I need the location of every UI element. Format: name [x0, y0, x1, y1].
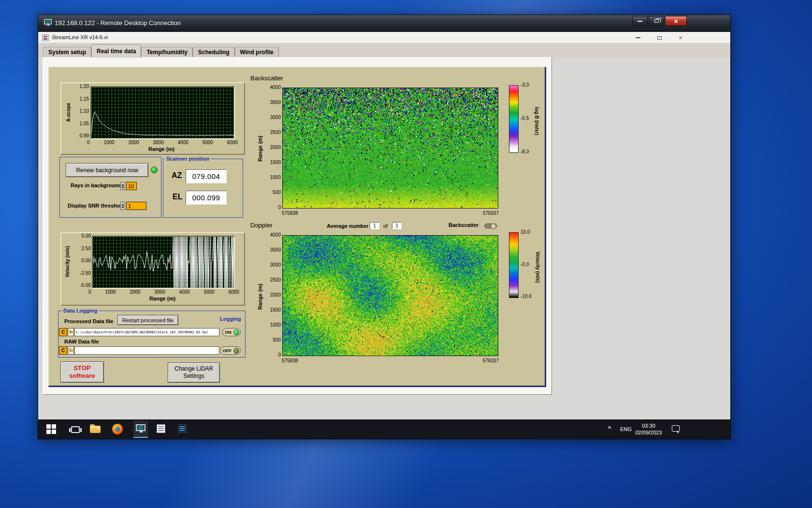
y-tick-label: 5.00: [82, 234, 91, 239]
notification-icon: [672, 425, 680, 432]
rdp-taskbar-button[interactable]: [133, 420, 148, 438]
processed-data-file-label: Processed Data file: [64, 318, 114, 324]
maximize-icon: [654, 19, 659, 23]
doppler-heatmap: [282, 235, 498, 356]
restart-processed-file-button[interactable]: Restart processed file: [117, 315, 178, 325]
y-tick-label: 1500: [270, 160, 281, 165]
app-restore-button[interactable]: [652, 33, 667, 43]
backscatter-display-toggle[interactable]: [484, 224, 497, 228]
app-list-button[interactable]: [178, 424, 187, 433]
el-value-field[interactable]: 000.099: [186, 191, 227, 205]
velocity-x-ticks: 0100020003000400050006000: [88, 290, 239, 295]
change-lidar-settings-button[interactable]: Change LiDARSettings: [168, 362, 220, 383]
rays-spinner[interactable]: [120, 182, 125, 190]
toggle-off-knob-icon: [233, 348, 239, 354]
y-tick-label: 2.50: [82, 246, 91, 251]
doppler-image: [283, 236, 498, 356]
drive-letter: C: [61, 329, 65, 335]
tab-scheduling[interactable]: Scheduling: [193, 47, 235, 58]
raw-path-field[interactable]: [74, 346, 219, 355]
restart-processed-file-label: Restart processed file: [122, 317, 174, 323]
backscatter-heatmap: [282, 88, 498, 209]
processed-browse-button[interactable]: [68, 328, 74, 336]
x-tick-label: 0: [88, 290, 91, 295]
scan-scheduler-button[interactable]: [157, 424, 165, 433]
off-label: OFF: [223, 348, 232, 353]
file-explorer-button[interactable]: [90, 426, 101, 433]
firefox-button[interactable]: [112, 424, 123, 434]
raw-data-file-label: RAW Data file: [64, 339, 99, 344]
x-tick-label: 576337: [483, 359, 499, 363]
tab-wind-profile[interactable]: Wind profile: [235, 47, 279, 58]
renew-background-label: Renew background now: [76, 167, 138, 174]
app-minimize-button[interactable]: [631, 33, 645, 43]
rays-in-background-field[interactable]: 10: [126, 182, 137, 190]
app-window-title: StreamLine XR v14-6.vi: [52, 34, 108, 40]
backscatter-toggle-label: Backscatter: [449, 222, 478, 228]
raw-logging-toggle[interactable]: OFF: [220, 346, 241, 355]
el-value: 000.099: [192, 194, 220, 202]
renew-background-button[interactable]: Renew background now: [66, 163, 148, 177]
average-number-field[interactable]: 1: [370, 222, 379, 229]
spin-down-icon: [121, 187, 124, 189]
stop-software-button[interactable]: STOPsoftware: [60, 361, 104, 383]
start-button[interactable]: [45, 423, 57, 435]
snr-threshold-field[interactable]: 1: [126, 202, 146, 210]
raw-drive-selector[interactable]: C: [59, 346, 67, 355]
y-tick-label: 3000: [270, 115, 281, 120]
processed-logging-toggle[interactable]: ON: [222, 328, 241, 336]
tray-chevron-icon[interactable]: ^: [608, 425, 611, 431]
y-tick-label: 2500: [270, 130, 281, 135]
tab-temp-humidity[interactable]: Temp/humidity: [141, 47, 192, 58]
backscatter-colorbar-label: log B (/m/sr): [532, 92, 539, 150]
y-tick-label: 4000: [270, 85, 281, 90]
raw-browse-button[interactable]: [68, 346, 74, 355]
task-view-button[interactable]: [70, 425, 81, 434]
average-number-value: 1: [373, 223, 376, 228]
y-tick-label: 1500: [270, 308, 281, 313]
az-value-field[interactable]: 079.004: [186, 169, 227, 183]
doppler-y-ticks: 40003500300025002000150010005000: [265, 233, 281, 358]
rdp-window-icon: [44, 19, 52, 24]
y-tick-label: 0.00: [82, 258, 91, 263]
backscatter-image: [283, 88, 498, 208]
of-label: of: [383, 223, 388, 229]
drive-letter: C: [61, 348, 65, 353]
monitor-icon: [136, 424, 145, 431]
rdp-minimize-button[interactable]: [632, 16, 648, 26]
app-close-button[interactable]: ×: [673, 33, 688, 43]
colorbar-tick-label: -5.5: [521, 116, 529, 121]
snr-spinner[interactable]: [120, 202, 125, 210]
az-value: 079.004: [192, 172, 220, 180]
processed-drive-selector[interactable]: C: [59, 328, 67, 336]
toggle-on-knob-icon: [233, 329, 239, 335]
x-tick-label: 5000: [203, 140, 213, 145]
velocity-y-ticks: 5.002.500.00-2.50-5.00: [72, 234, 91, 288]
colorbar-tick-label: -10.0: [521, 294, 532, 299]
desktop: 192.168.0.122 - Remote Desktop Connectio…: [0, 0, 812, 508]
y-tick-label: 500: [273, 338, 281, 343]
rdp-maximize-button[interactable]: [649, 16, 664, 26]
ascope-x-axis-label: Range (m): [128, 146, 195, 152]
tab-real-time-data[interactable]: Real time data: [91, 45, 141, 58]
language-indicator[interactable]: ENG: [620, 426, 632, 432]
list-window-icon: [178, 424, 187, 433]
document-window-icon: [157, 424, 165, 433]
scanner-position-group: [163, 159, 243, 218]
y-tick-label: -5.00: [80, 283, 91, 288]
minimize-icon: [638, 21, 642, 22]
taskbar-clock[interactable]: 03:30 02/09/2023: [633, 422, 664, 436]
tab-system-setup[interactable]: System setup: [43, 47, 91, 58]
x-tick-label: 6000: [227, 140, 238, 145]
velocity-x-axis-label: Range (m): [129, 296, 196, 301]
scanner-position-group-label: Scanner position: [165, 156, 211, 162]
spin-up-icon: [121, 204, 124, 206]
app-titlebar[interactable]: StreamLine XR v14-6.vi ×: [38, 32, 730, 44]
action-center-button[interactable]: [672, 425, 680, 432]
rdp-titlebar[interactable]: 192.168.0.122 - Remote Desktop Connectio…: [38, 15, 730, 32]
rdp-close-button[interactable]: ×: [665, 16, 687, 26]
average-of-field[interactable]: 1: [392, 222, 402, 229]
clock-time: 03:30: [633, 422, 664, 429]
close-icon: ×: [674, 17, 678, 25]
processed-path-field[interactable]: C:\Lidar\Data\Proc\2023\202309\20230902\…: [74, 328, 219, 336]
